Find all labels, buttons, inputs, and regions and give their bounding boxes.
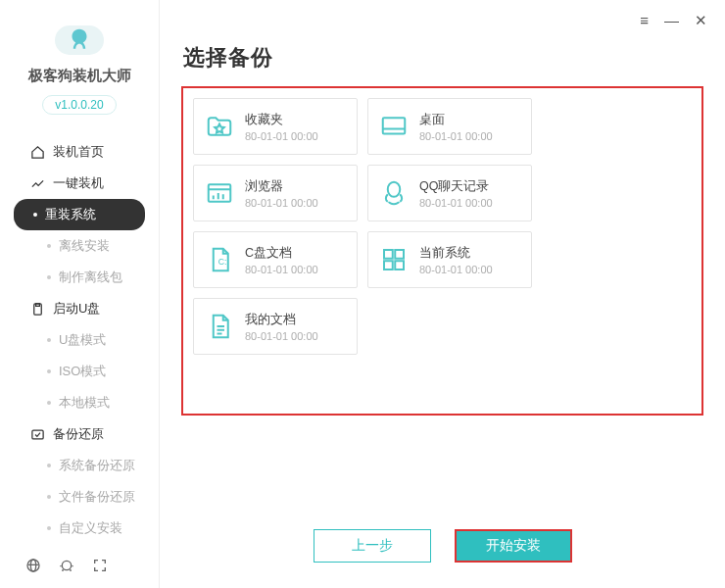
svg-rect-10: [384, 250, 393, 259]
close-button[interactable]: ✕: [695, 12, 707, 29]
nav-bootusb-label: 启动U盘: [53, 300, 100, 318]
backup-cards-container: 收藏夹 80-01-01 00:00 桌面 80-01-01 00:00 浏览器…: [181, 86, 703, 416]
bullet-icon: [47, 369, 51, 373]
nav-usb-mode[interactable]: U盘模式: [0, 324, 159, 356]
card-browser-title: 浏览器: [245, 178, 318, 195]
card-browser-time: 80-01-01 00:00: [245, 197, 318, 209]
nav-reinstall-label: 重装系统: [45, 206, 96, 223]
menu-button[interactable]: ≡: [640, 12, 649, 29]
card-favorites-time: 80-01-01 00:00: [245, 130, 318, 142]
nav-custom-install[interactable]: 自定义安装: [0, 513, 159, 544]
nav-offline-install-label: 离线安装: [59, 237, 110, 255]
browser-icon: [204, 177, 235, 209]
card-current-sys-title: 当前系统: [419, 245, 493, 262]
usb-icon: [29, 301, 45, 317]
start-install-button[interactable]: 开始安装: [455, 529, 572, 563]
card-current-sys[interactable]: 当前系统 80-01-01 00:00: [367, 231, 532, 288]
bullet-icon: [47, 338, 51, 342]
windows-icon: [378, 244, 410, 275]
home-icon: [29, 144, 45, 160]
support-icon[interactable]: [59, 558, 74, 576]
nav-file-backup-restore-label: 文件备份还原: [59, 488, 135, 506]
card-mydocs-time: 80-01-01 00:00: [245, 330, 318, 342]
nav-file-backup-restore[interactable]: 文件备份还原: [0, 481, 159, 513]
bullet-icon: [47, 275, 51, 279]
nav-usb-mode-label: U盘模式: [59, 331, 106, 349]
prev-button[interactable]: 上一步: [314, 529, 431, 563]
svg-text:C:: C:: [218, 257, 227, 267]
nav-offline-install[interactable]: 离线安装: [0, 230, 159, 262]
bullet-icon: [47, 526, 51, 530]
nav-custom-install-label: 自定义安装: [59, 519, 122, 537]
folder-star-icon: [204, 111, 235, 142]
card-favorites[interactable]: 收藏夹 80-01-01 00:00: [193, 98, 358, 155]
nav-backup[interactable]: 备份还原: [0, 418, 159, 450]
card-cdrive-title: C盘文档: [245, 245, 318, 262]
card-cdrive[interactable]: C: C盘文档 80-01-01 00:00: [193, 231, 358, 288]
document-icon: [204, 311, 235, 342]
bullet-icon: [47, 401, 51, 405]
svg-rect-13: [395, 261, 404, 270]
svg-rect-12: [384, 261, 393, 270]
app-logo: [55, 25, 104, 55]
backup-icon: [29, 426, 45, 442]
nav-iso-mode-label: ISO模式: [59, 363, 106, 380]
bullet-icon: [33, 213, 37, 217]
fullscreen-icon[interactable]: [92, 558, 108, 576]
nav-backup-label: 备份还原: [53, 425, 104, 443]
card-desktop[interactable]: 桌面 80-01-01 00:00: [367, 98, 532, 155]
nav-home[interactable]: 装机首页: [0, 136, 159, 168]
app-version: v1.0.0.20: [42, 95, 116, 115]
bullet-icon: [47, 244, 51, 248]
card-qq-title: QQ聊天记录: [419, 178, 493, 195]
nav-onekey-label: 一键装机: [53, 174, 104, 192]
qq-icon: [378, 177, 410, 209]
bullet-icon: [47, 464, 51, 467]
svg-rect-11: [395, 250, 404, 259]
nav-make-offline-label: 制作离线包: [59, 269, 122, 286]
nav-onekey[interactable]: 一键装机: [0, 168, 159, 199]
nav-make-offline[interactable]: 制作离线包: [0, 262, 159, 293]
card-mydocs[interactable]: 我的文档 80-01-01 00:00: [193, 298, 358, 355]
svg-point-8: [388, 182, 401, 197]
page-title: 选择备份: [183, 43, 725, 73]
nav-local-mode[interactable]: 本地模式: [0, 387, 159, 418]
bullet-icon: [47, 495, 51, 499]
chart-icon: [29, 175, 45, 191]
nav-reinstall[interactable]: 重装系统: [14, 199, 145, 230]
ie-icon[interactable]: [25, 558, 41, 576]
c-doc-icon: C:: [204, 244, 235, 275]
svg-point-5: [62, 561, 71, 569]
card-favorites-title: 收藏夹: [245, 112, 318, 128]
svg-rect-6: [383, 118, 406, 133]
card-current-sys-time: 80-01-01 00:00: [419, 264, 493, 275]
card-desktop-time: 80-01-01 00:00: [419, 130, 493, 142]
card-mydocs-title: 我的文档: [245, 312, 318, 328]
card-browser[interactable]: 浏览器 80-01-01 00:00: [193, 165, 358, 221]
nav-local-mode-label: 本地模式: [59, 394, 110, 412]
nav-sys-backup-restore-label: 系统备份还原: [59, 457, 135, 474]
minimize-button[interactable]: —: [664, 12, 679, 29]
nav-iso-mode[interactable]: ISO模式: [0, 356, 159, 387]
app-name: 极客狗装机大师: [28, 67, 131, 85]
nav-sys-backup-restore[interactable]: 系统备份还原: [0, 450, 159, 481]
svg-rect-7: [209, 184, 231, 202]
card-desktop-title: 桌面: [419, 112, 493, 128]
nav-bootusb[interactable]: 启动U盘: [0, 293, 159, 324]
nav-home-label: 装机首页: [53, 143, 104, 161]
svg-rect-2: [31, 430, 42, 439]
card-qq[interactable]: QQ聊天记录 80-01-01 00:00: [367, 165, 532, 221]
desktop-icon: [378, 111, 410, 142]
svg-rect-0: [33, 303, 41, 314]
card-qq-time: 80-01-01 00:00: [419, 197, 493, 209]
card-cdrive-time: 80-01-01 00:00: [245, 264, 318, 275]
svg-rect-1: [35, 303, 39, 306]
